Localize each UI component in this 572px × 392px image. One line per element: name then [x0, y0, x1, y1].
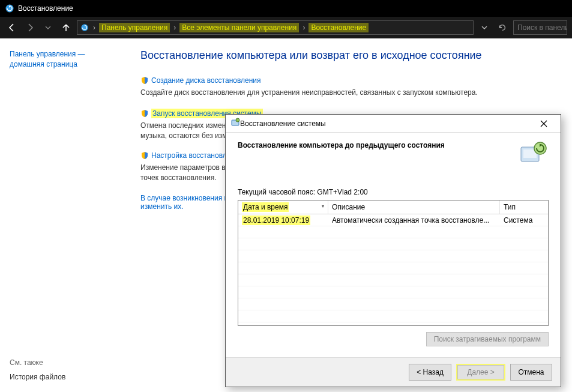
- nav-recent-dropdown-icon[interactable]: [41, 20, 55, 35]
- chevron-right-icon: ›: [172, 23, 177, 32]
- restore-icon: [230, 118, 240, 129]
- table-header: Дата и время ▾ Описание Тип: [238, 201, 548, 214]
- nav-back-icon[interactable]: [5, 20, 19, 35]
- next-button[interactable]: Далее >: [457, 365, 504, 379]
- hint-link[interactable]: В случае возникновения н: [140, 194, 228, 202]
- navigation-bar: › Панель управления › Все элементы панел…: [0, 17, 572, 38]
- recovery-icon: [80, 23, 89, 32]
- breadcrumb-item[interactable]: Восстановление: [309, 23, 369, 32]
- column-header-type[interactable]: Тип: [500, 201, 548, 214]
- window-titlebar: Восстановление: [0, 0, 572, 17]
- action-description: Создайте диск восстановления для устране…: [140, 88, 558, 98]
- table-row[interactable]: [238, 226, 548, 238]
- dialog-heading-row: Восстановление компьютера до предыдущего…: [238, 141, 549, 166]
- page-title: Восстановление компьютера или возврат ег…: [140, 49, 558, 62]
- table-row[interactable]: [238, 274, 548, 286]
- file-history-link[interactable]: История файлов: [10, 373, 65, 381]
- see-also-label: См. также: [10, 358, 65, 367]
- column-header-datetime[interactable]: Дата и время ▾: [238, 201, 328, 214]
- table-row[interactable]: [238, 298, 548, 310]
- table-body: 28.01.2019 10:07:19 Автоматически создан…: [238, 214, 548, 322]
- table-row[interactable]: [238, 310, 548, 322]
- dialog-footer: < Назад Далее > Отмена: [226, 357, 561, 387]
- table-row[interactable]: [238, 250, 548, 262]
- breadcrumb[interactable]: › Панель управления › Все элементы панел…: [77, 20, 474, 35]
- affected-programs-row: Поиск затрагиваемых программ: [238, 332, 549, 346]
- table-row[interactable]: 28.01.2019 10:07:19 Автоматически создан…: [238, 214, 548, 226]
- scan-affected-programs-button[interactable]: Поиск затрагиваемых программ: [426, 332, 549, 346]
- sidebar-home-link[interactable]: Панель управления — домашняя страница: [10, 49, 116, 70]
- sort-desc-icon: ▾: [322, 204, 324, 209]
- chevron-right-icon: ›: [92, 23, 97, 32]
- action-link-label: Создание диска восстановления: [151, 76, 261, 85]
- refresh-icon[interactable]: [495, 20, 510, 35]
- table-row[interactable]: [238, 238, 548, 250]
- table-row[interactable]: [238, 286, 548, 298]
- shield-icon: [140, 109, 149, 118]
- sidebar: Панель управления — домашняя страница См…: [0, 38, 126, 392]
- restore-points-table: Дата и время ▾ Описание Тип 28.01.2019 1…: [238, 200, 549, 326]
- system-restore-dialog: Восстановление системы Восстановление ко…: [225, 114, 561, 387]
- cell-datetime: 28.01.2019 10:07:19: [242, 216, 310, 225]
- dialog-body: Восстановление компьютера до предыдущего…: [226, 133, 561, 357]
- shield-icon: [140, 151, 149, 160]
- action-create-recovery-disk: Создание диска восстановления Создайте д…: [140, 76, 558, 98]
- breadcrumb-dropdown-icon[interactable]: [477, 20, 492, 35]
- see-also-section: См. также История файлов: [10, 358, 65, 381]
- search-input[interactable]: Поиск в панели: [513, 20, 567, 35]
- nav-up-icon[interactable]: [59, 20, 73, 35]
- restore-large-icon: [520, 141, 549, 166]
- timezone-label: Текущий часовой пояс: GMT+Vlad 2:00: [238, 188, 549, 196]
- cell-description: Автоматически созданная точка восстановл…: [328, 215, 500, 226]
- action-link-label: Настройка восстановлен: [151, 151, 235, 160]
- back-button[interactable]: < Назад: [409, 364, 451, 381]
- next-button-highlight: Далее >: [456, 364, 505, 381]
- configure-restore-link[interactable]: Настройка восстановлен: [140, 151, 235, 160]
- column-header-description[interactable]: Описание: [328, 201, 500, 214]
- create-recovery-disk-link[interactable]: Создание диска восстановления: [140, 76, 261, 85]
- nav-forward-icon[interactable]: [23, 20, 37, 35]
- cell-type: Система: [500, 215, 548, 226]
- dialog-titlebar: Восстановление системы: [226, 115, 561, 133]
- breadcrumb-item[interactable]: Панель управления: [99, 23, 170, 32]
- breadcrumb-item[interactable]: Все элементы панели управления: [179, 23, 299, 32]
- dialog-heading: Восстановление компьютера до предыдущего…: [238, 141, 445, 149]
- dialog-title: Восстановление системы: [240, 119, 326, 128]
- svg-point-3: [236, 118, 239, 122]
- close-button[interactable]: [532, 115, 556, 132]
- chevron-right-icon: ›: [301, 23, 306, 32]
- cancel-button[interactable]: Отмена: [510, 364, 552, 381]
- shield-icon: [140, 76, 149, 85]
- table-row[interactable]: [238, 262, 548, 274]
- window-title: Восстановление: [18, 4, 73, 13]
- recovery-icon: [5, 4, 14, 13]
- search-placeholder: Поиск в панели: [517, 23, 567, 32]
